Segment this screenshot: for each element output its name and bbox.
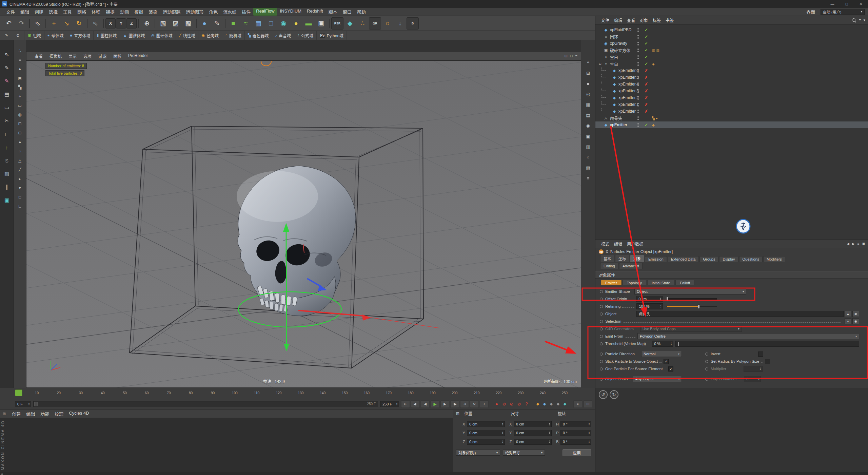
viewport-solo-icon[interactable]: ◎ [16, 112, 24, 118]
primitive-cube-icon[interactable]: ■ [227, 17, 239, 30]
viewport-menu-item[interactable]: ProRender [125, 53, 151, 60]
rotation-field[interactable]: 0 °▲▼ [560, 421, 591, 427]
object-number-field[interactable]: 0▲▼ [744, 376, 761, 382]
emitter-shape-dropdown[interactable]: Object▾ [634, 288, 746, 294]
group-field-icon[interactable]: ▣ 组域 [24, 31, 44, 40]
keyframe-pla-icon[interactable]: ◆ [562, 402, 568, 406]
material-menu-item[interactable]: 功能 [38, 410, 52, 418]
render-view-icon[interactable]: ▧ [157, 17, 169, 30]
enable-toggle[interactable]: ✓ [644, 61, 649, 66]
enable-toggle[interactable]: ✓ [644, 48, 649, 53]
anim-dot-icon[interactable] [600, 335, 603, 338]
measure-icon[interactable]: ∟ [16, 203, 24, 209]
one-particle-checkbox[interactable]: ✓ [668, 366, 673, 372]
attr-tab[interactable]: 基本 [600, 255, 614, 262]
menu-item[interactable]: 模拟 [132, 8, 146, 16]
knife-tool-icon[interactable]: ✂ [2, 116, 12, 125]
display-mode-icon[interactable]: ▣ [584, 133, 592, 139]
anim-dot-icon[interactable] [600, 360, 603, 363]
anim-dot-icon[interactable] [705, 353, 708, 356]
volume-builder-icon[interactable]: □ [265, 17, 277, 30]
object-row[interactable]: △ 颅骨头 ▚● [595, 115, 868, 121]
size-field[interactable]: 0 cm▲▼ [514, 421, 552, 427]
material-sphere-icon[interactable]: ● [198, 17, 211, 30]
scale-tool-icon[interactable]: ↘ [60, 17, 73, 30]
formula-field-icon[interactable]: ƒ 公式域 [294, 31, 317, 40]
menu-item[interactable]: INSYDIUM [277, 8, 304, 16]
enable-toggle[interactable]: ✗ [644, 95, 649, 100]
material-menu-item[interactable]: Cycles 4D [66, 410, 92, 418]
object-row[interactable]: ◆ xpEmitter.5 ✗ [595, 74, 868, 81]
size-field[interactable]: 0 cm▲▼ [514, 430, 552, 436]
attr-back-icon[interactable]: ◀ [847, 242, 849, 246]
object-name[interactable]: xpEmitter.1 [618, 102, 639, 107]
maximize-icon[interactable]: □ [840, 0, 854, 8]
lens-icon[interactable]: ○ [584, 154, 592, 160]
menu-item[interactable]: 流水线 [220, 8, 239, 16]
menu-item[interactable]: 工具 [60, 8, 75, 16]
object-name[interactable]: 圆环 [610, 34, 618, 40]
menu-item[interactable]: 选择 [46, 8, 60, 16]
object-row[interactable]: ◆ xpEmitter.1 ✗ [595, 101, 868, 108]
simulate-icon[interactable]: ◉ [277, 17, 290, 30]
torus-field-icon[interactable]: ◎ 圆环体域 [148, 31, 176, 40]
menu-item[interactable]: 运动图形 [183, 8, 206, 16]
visibility-dots[interactable] [637, 110, 639, 113]
attr-menu-item[interactable]: 模式 [599, 240, 612, 247]
enable-toggle[interactable]: ✗ [644, 89, 649, 93]
camera-view-icon[interactable]: ◉ [584, 122, 592, 129]
attr-subtab[interactable]: Topology [623, 280, 646, 285]
sound-field-icon[interactable]: ♪ 声音域 [272, 31, 295, 40]
offset-origin-field[interactable]: 0 cm▲▼ [636, 296, 663, 302]
cone-field-icon[interactable]: ▲ 圆锥体域 [120, 31, 148, 40]
enable-toggle[interactable]: ✗ [644, 102, 649, 107]
object-name[interactable]: xpEmitter.2 [618, 95, 639, 100]
viewport-menu-item[interactable]: 过滤 [95, 53, 110, 60]
attr-tab[interactable]: Advanced [619, 263, 643, 269]
attr-list-icon[interactable]: ≡ [857, 242, 860, 246]
visibility-dots[interactable] [637, 82, 639, 86]
attr-menu-item[interactable]: 编辑 [612, 240, 625, 247]
anim-dot-icon[interactable] [600, 290, 603, 293]
menu-item[interactable]: 动画 [117, 8, 132, 16]
stick-particle-checkbox[interactable]: ✓ [664, 359, 669, 364]
menu-item[interactable]: 捕捉 [103, 8, 117, 16]
search-icon[interactable] [852, 18, 856, 23]
object-name[interactable]: 空白 [610, 61, 618, 67]
cylinder-field-icon[interactable]: ▮ 圆柱体域 [94, 31, 120, 40]
visibility-dots[interactable] [637, 42, 639, 45]
size-field[interactable]: 0 cm▲▼ [514, 439, 552, 445]
viewport-menu-item[interactable]: 面板 [110, 53, 125, 60]
anim-dot-icon[interactable] [705, 360, 708, 363]
object-link-icon[interactable]: ▲ [845, 311, 851, 317]
polygons-mode-icon[interactable]: ▲ [16, 66, 24, 72]
cube-field-icon[interactable]: ■ 立方体域 [67, 31, 94, 40]
enable-toggle[interactable]: ✓ [644, 122, 649, 127]
prev-key-button[interactable]: ◀◦ [411, 400, 420, 408]
shader-field-icon[interactable]: ▚ 着色器域 [245, 31, 272, 40]
camera-icon[interactable]: ▣ [315, 17, 327, 30]
autokey-scale-icon[interactable]: ⊘ [508, 401, 515, 406]
vertex-map-field[interactable] [675, 341, 859, 347]
object-row[interactable]: ◆ xpEmitter.4 ✗ [595, 81, 868, 88]
menu-item[interactable]: 渲染 [146, 8, 160, 16]
model-mode-icon[interactable]: ▣ [16, 75, 24, 81]
position-field[interactable]: 0 cm▲▼ [467, 430, 505, 436]
invert-checkbox[interactable] [758, 352, 763, 357]
autokey-position-icon[interactable]: ⊘ [501, 401, 508, 406]
random-field-icon[interactable]: ∴ 随机域 [222, 31, 245, 40]
threshold-field[interactable]: 0 %▲▼ [652, 341, 673, 347]
attr-tab[interactable]: Extended Data [668, 256, 699, 262]
status-grid-icon[interactable]: ⊞ [1, 473, 3, 475]
object-row[interactable]: ◆ xpEmitter.2 ✗ [595, 94, 868, 101]
panel-menu-icon[interactable]: ⊞ [3, 412, 6, 416]
object-name[interactable]: 颅骨头 [610, 115, 622, 121]
prev-frame-button[interactable]: ◀ [421, 400, 430, 408]
layout-grid-icon[interactable]: ⊞ [584, 70, 592, 76]
cloner-icon[interactable]: ∴ [356, 17, 369, 30]
render-picture-viewer-icon[interactable]: ▨ [170, 17, 182, 30]
visibility-dots[interactable] [637, 76, 639, 79]
viewport-menu-item[interactable]: 选项 [80, 53, 95, 60]
attr-menu-item[interactable]: 用户数据 [625, 240, 646, 247]
dynamic-guide-icon[interactable]: ▸ [16, 176, 24, 182]
